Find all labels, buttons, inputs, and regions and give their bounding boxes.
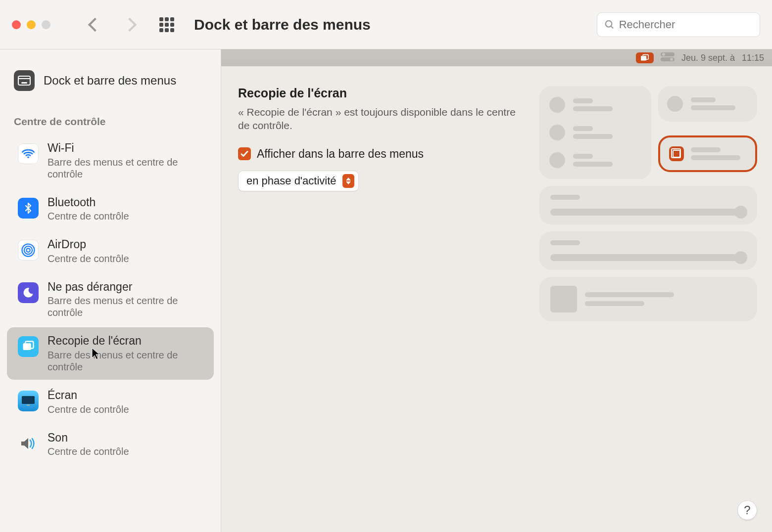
sidebar-item-label: Ne pas déranger (48, 280, 203, 294)
sidebar-item-label: Son (48, 431, 129, 445)
settings-description: « Recopie de l'écran » est toujours disp… (238, 105, 525, 133)
help-button[interactable]: ? (737, 500, 757, 520)
svg-rect-9 (23, 343, 31, 350)
search-icon (604, 19, 615, 31)
display-icon (18, 391, 39, 411)
sidebar-item-sublabel: Centre de contrôle (48, 403, 129, 415)
close-window-button[interactable] (12, 20, 21, 29)
sidebar-item-airdrop[interactable]: AirDrop Centre de contrôle (7, 231, 214, 271)
show-all-prefs-button[interactable] (159, 17, 174, 32)
dock-menubar-icon (14, 70, 35, 91)
sidebar-item-sublabel: Centre de contrôle (48, 210, 129, 222)
menubar-date: Jeu. 9 sept. à (681, 53, 735, 63)
preview-highlight-mirroring (658, 135, 757, 172)
search-input[interactable] (619, 18, 753, 31)
screen-mirroring-icon (18, 336, 39, 357)
moon-icon (18, 282, 39, 303)
show-condition-select[interactable]: en phase d'activité (238, 171, 359, 191)
airdrop-icon (18, 240, 39, 261)
sidebar-item-dnd[interactable]: Ne pas déranger Barre des menus et centr… (7, 273, 214, 326)
menubar-mirroring-icon (636, 52, 654, 63)
sidebar-item-bluetooth[interactable]: Bluetooth Centre de contrôle (7, 189, 214, 229)
minimize-window-button[interactable] (27, 20, 36, 29)
show-in-menubar-checkbox[interactable] (238, 147, 251, 160)
sidebar-item-wifi[interactable]: Wi-Fi Barre des menus et centre de contr… (7, 134, 214, 187)
sound-icon (18, 433, 39, 454)
sidebar-item-sublabel: Centre de contrôle (48, 253, 129, 265)
sidebar-item-label: AirDrop (48, 238, 129, 252)
chevron-right-icon (123, 17, 137, 31)
svg-rect-2 (18, 76, 30, 85)
sidebar-item-sound[interactable]: Son Centre de contrôle (7, 424, 214, 465)
svg-rect-4 (21, 82, 27, 84)
back-button[interactable] (90, 20, 100, 30)
sidebar-item-label: Écran (48, 389, 129, 402)
updown-icon (342, 174, 354, 188)
svg-point-0 (606, 20, 612, 27)
svg-point-18 (670, 58, 673, 61)
sidebar-item-sublabel: Barre des menus et centre de contrôle (48, 349, 203, 373)
sidebar-item-label: Bluetooth (48, 196, 129, 210)
help-glyph: ? (744, 503, 750, 517)
content-pane: Jeu. 9 sept. à 11:15 Recopie de l'écran … (221, 49, 772, 532)
sidebar-item-screen-mirroring[interactable]: Recopie de l'écran Barre des menus et ce… (7, 327, 214, 380)
sidebar-item-label: Recopie de l'écran (48, 334, 203, 348)
window-title: Dock et barre des menus (194, 16, 597, 33)
svg-rect-12 (27, 404, 30, 406)
menubar-preview: Jeu. 9 sept. à 11:15 (221, 49, 772, 66)
show-in-menubar-label: Afficher dans la barre des menus (257, 147, 424, 161)
svg-point-17 (662, 53, 665, 56)
forward-button (125, 20, 135, 30)
sidebar-header-item[interactable]: Dock et barre des menus (0, 55, 221, 106)
sidebar-item-label: Wi-Fi (48, 141, 203, 155)
fullscreen-window-button (42, 20, 50, 29)
svg-point-5 (27, 156, 29, 158)
window-toolbar: Dock et barre des menus (0, 0, 772, 49)
sidebar-item-sublabel: Centre de contrôle (48, 445, 129, 457)
svg-line-1 (611, 26, 614, 28)
search-field[interactable] (597, 12, 760, 37)
menubar-control-center-icon (661, 52, 675, 64)
svg-rect-13 (641, 56, 646, 61)
sidebar-header-label: Dock et barre des menus (44, 74, 176, 88)
sidebar-section-header: Centre de contrôle (0, 106, 221, 133)
svg-rect-11 (22, 396, 35, 404)
bluetooth-icon (18, 198, 39, 219)
sidebar-item-sublabel: Barre des menus et centre de contrôle (48, 295, 203, 318)
select-value: en phase d'activité (246, 175, 337, 187)
svg-point-7 (24, 246, 32, 254)
wifi-icon (18, 143, 39, 164)
preview-mirroring-icon (669, 146, 684, 161)
sidebar: Dock et barre des menus Centre de contrô… (0, 49, 221, 532)
svg-point-6 (26, 248, 30, 252)
nav-buttons (90, 20, 135, 30)
menubar-time: 11:15 (742, 53, 764, 63)
chevron-left-icon (88, 17, 102, 31)
checkmark-icon (240, 149, 249, 158)
traffic-lights (12, 20, 50, 29)
control-center-preview (539, 86, 757, 328)
sidebar-item-display[interactable]: Écran Centre de contrôle (7, 382, 214, 422)
settings-heading: Recopie de l'écran (238, 86, 525, 100)
sidebar-item-sublabel: Barre des menus et centre de contrôle (48, 156, 203, 180)
